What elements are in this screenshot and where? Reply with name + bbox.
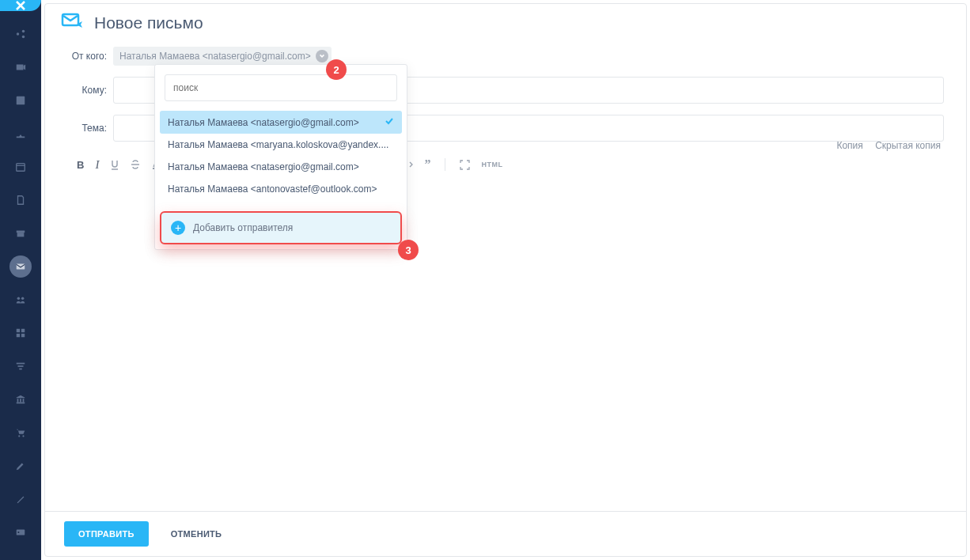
strike-button[interactable] bbox=[131, 160, 140, 169]
svg-point-2 bbox=[22, 36, 25, 39]
svg-rect-14 bbox=[21, 334, 25, 337]
from-selector[interactable]: Наталья Мамаева <natasergio@gmail.com> bbox=[113, 47, 332, 66]
sender-dropdown: Наталья Мамаева <natasergio@gmail.com> Н… bbox=[154, 64, 407, 250]
fullscreen-button[interactable] bbox=[460, 160, 470, 170]
page-title: Новое письмо bbox=[94, 13, 203, 32]
page-header: Новое письмо bbox=[45, 4, 966, 40]
sidebar-item-calendar[interactable] bbox=[9, 156, 32, 178]
from-label: От кого: bbox=[67, 51, 113, 62]
from-dropdown-toggle[interactable] bbox=[316, 50, 328, 62]
subject-label: Тема: bbox=[67, 123, 113, 134]
bold-button[interactable]: B bbox=[77, 159, 84, 171]
svg-rect-8 bbox=[17, 264, 25, 270]
svg-point-0 bbox=[17, 32, 20, 36]
svg-rect-15 bbox=[17, 363, 25, 365]
italic-button[interactable]: I bbox=[95, 158, 99, 172]
cc-link[interactable]: Копия bbox=[836, 140, 862, 151]
sidebar-close-button[interactable] bbox=[0, 0, 41, 11]
check-icon bbox=[385, 116, 394, 128]
sidebar-item-archive[interactable] bbox=[9, 222, 32, 244]
quote-button[interactable]: ” bbox=[424, 157, 430, 172]
html-button[interactable]: HTML bbox=[481, 161, 502, 168]
svg-rect-18 bbox=[17, 399, 19, 402]
svg-point-9 bbox=[17, 297, 21, 301]
from-row: От кого: Наталья Мамаева <natasergio@gma… bbox=[67, 47, 944, 66]
chevron-down-icon bbox=[319, 53, 325, 59]
plus-icon: + bbox=[171, 221, 185, 235]
footer: ОТПРАВИТЬ ОТМЕНИТЬ bbox=[45, 511, 966, 556]
sidebar-item-1[interactable] bbox=[9, 23, 32, 45]
sidebar-item-document[interactable] bbox=[9, 189, 32, 211]
svg-point-10 bbox=[21, 297, 25, 301]
sidebar-item-2[interactable] bbox=[9, 56, 32, 78]
compose-form: От кого: Наталья Мамаева <natasergio@gma… bbox=[45, 40, 966, 178]
sender-search-wrap bbox=[165, 74, 397, 101]
add-sender-button[interactable]: + Добавить отправителя bbox=[160, 211, 402, 244]
sidebar-item-card[interactable] bbox=[9, 521, 32, 543]
svg-point-1 bbox=[22, 30, 25, 33]
toolbar-separator-3 bbox=[445, 158, 445, 171]
sidebar-item-edit[interactable] bbox=[9, 455, 32, 477]
svg-rect-12 bbox=[21, 329, 25, 332]
close-icon bbox=[15, 0, 26, 11]
sender-option-list: Наталья Мамаева <natasergio@gmail.com> Н… bbox=[155, 108, 407, 205]
bcc-link[interactable]: Скрытая копия bbox=[875, 140, 941, 151]
sender-option[interactable]: Наталья Мамаева <natasergio@gmail.com> bbox=[160, 111, 402, 134]
svg-rect-7 bbox=[17, 233, 25, 236]
svg-rect-5 bbox=[17, 164, 25, 172]
sidebar-item-bank[interactable] bbox=[9, 388, 32, 411]
sender-option[interactable]: Наталья Мамаева <natasergio@gmail.com> bbox=[160, 156, 402, 178]
sidebar-item-filter[interactable] bbox=[9, 355, 32, 377]
svg-rect-20 bbox=[23, 399, 25, 402]
sidebar-item-mail[interactable] bbox=[9, 255, 32, 278]
mail-send-icon bbox=[61, 12, 85, 34]
from-value: Наталья Мамаева <natasergio@gmail.com> bbox=[119, 51, 311, 62]
send-button[interactable]: ОТПРАВИТЬ bbox=[64, 521, 149, 547]
main-panel: Новое письмо От кого: Наталья Мамаева <n… bbox=[44, 3, 967, 557]
annotation-badge-3: 3 bbox=[398, 240, 419, 260]
to-label: Кому: bbox=[67, 85, 113, 96]
svg-point-23 bbox=[22, 435, 24, 437]
sender-search-input[interactable] bbox=[165, 74, 397, 101]
cancel-button[interactable]: ОТМЕНИТЬ bbox=[157, 521, 237, 547]
add-sender-label: Добавить отправителя bbox=[193, 222, 293, 233]
sidebar-item-grid[interactable] bbox=[9, 322, 32, 344]
sidebar-items: C bbox=[9, 23, 32, 560]
svg-rect-19 bbox=[20, 399, 21, 402]
svg-rect-4 bbox=[17, 96, 25, 105]
sidebar-item-3[interactable] bbox=[9, 89, 32, 112]
sender-option[interactable]: Наталья Мамаева <maryana.koloskova@yande… bbox=[160, 134, 402, 156]
svg-rect-21 bbox=[17, 403, 25, 404]
svg-point-22 bbox=[18, 435, 20, 437]
sidebar-item-pen[interactable] bbox=[9, 488, 32, 510]
svg-rect-13 bbox=[17, 334, 20, 337]
svg-rect-11 bbox=[17, 329, 20, 332]
svg-point-25 bbox=[17, 532, 19, 533]
svg-rect-17 bbox=[19, 369, 22, 370]
sidebar-item-4[interactable] bbox=[9, 123, 32, 145]
svg-rect-3 bbox=[17, 65, 24, 70]
underline-button[interactable] bbox=[110, 159, 119, 170]
annotation-badge-2: 2 bbox=[326, 59, 347, 80]
svg-rect-6 bbox=[17, 231, 25, 233]
sidebar-item-stats[interactable] bbox=[9, 554, 32, 560]
sidebar-item-cart[interactable] bbox=[9, 422, 32, 444]
left-sidebar: C bbox=[0, 0, 41, 560]
sender-option[interactable]: Наталья Мамаева <antonovastef@outlook.co… bbox=[160, 178, 402, 200]
svg-rect-16 bbox=[18, 365, 24, 367]
sidebar-item-users[interactable] bbox=[9, 289, 32, 311]
